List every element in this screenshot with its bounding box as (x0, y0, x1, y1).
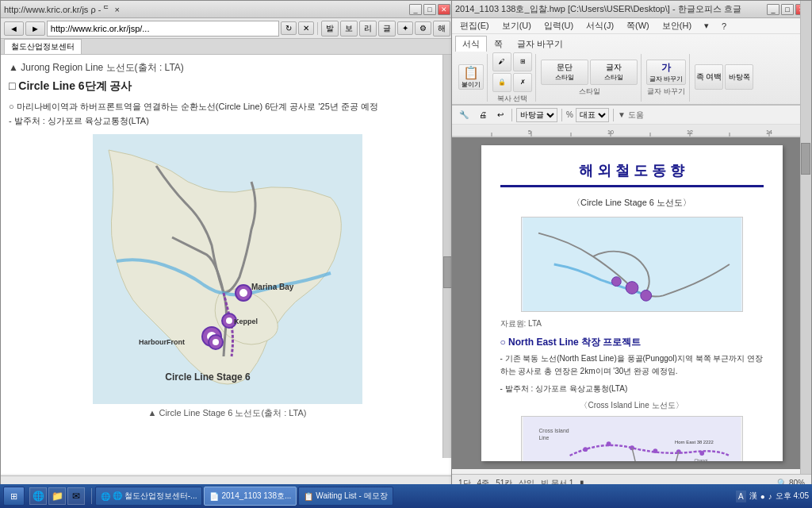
toolbar2-separator (511, 109, 512, 121)
view-select[interactable]: 대표 (576, 108, 609, 122)
page-margin-button[interactable]: 족 여백 (695, 64, 723, 90)
content-header: ▲ Jurong Region Line 노선도(출처 : LTA) (9, 61, 446, 75)
char-style-button[interactable]: 글자 스타일 (590, 60, 638, 85)
menu-more[interactable]: ? (717, 21, 731, 32)
ribbon-group-page: 족 여백 바탕쪽 (691, 54, 756, 102)
ribbon-tab-font[interactable]: 글자 바꾸기 (510, 36, 570, 52)
paste-button[interactable]: 📋 붙이기 (458, 64, 484, 90)
hwp-scrollbar-thumb[interactable] (801, 143, 810, 175)
ruler: 5 10 12 14 (452, 125, 811, 137)
hwp-toolbar2: 🔧 🖨 ↩ 바탕글 % 대표 ▼ 도움 (452, 106, 811, 125)
hwp-restore-button[interactable]: □ (781, 4, 794, 15)
tray-volume-icon[interactable]: ♪ (768, 492, 772, 501)
toolbar2-sep3 (613, 109, 614, 121)
favorites-button[interactable]: 발 (321, 21, 339, 37)
style-select[interactable]: 바탕글 (516, 108, 557, 122)
tray-network-icon[interactable]: ● (760, 492, 765, 501)
hwp-scrollbar[interactable] (800, 137, 811, 469)
bg-button[interactable]: 바탕쪽 (725, 64, 753, 90)
folder-icon[interactable]: 📁 (48, 487, 66, 505)
toolbar-btn2[interactable]: 보 (340, 21, 358, 37)
hwp-titlebar: 2014_1103 138호_입찰.hwp [C:\Users\USER\Des… (452, 1, 811, 18)
menu-security[interactable]: 보안(H) (657, 19, 696, 33)
menu-view[interactable]: 보기(U) (497, 19, 536, 33)
circle-line-map: Marina Bay Keppel HarbourFront Circle Li… (93, 134, 362, 404)
layout-protect-button[interactable]: 🔒 (492, 73, 511, 92)
ribbon-content: 📋 붙이기 🖌 ⊞ 🔒 ✗ 복사 선택 (452, 52, 811, 104)
tb2-format[interactable]: 🔧 (455, 109, 473, 121)
back-button[interactable]: ◄ (4, 21, 24, 36)
ribbon-tab-page[interactable]: 쪽 (487, 36, 510, 52)
svg-text:Horn East 38 2222: Horn East 38 2222 (674, 440, 713, 444)
svg-point-2 (239, 289, 247, 297)
browser-title-text: http://www.kric.or.kr/js ρ - ᄃ × (4, 5, 408, 14)
taskbar-kric[interactable]: 🌐 🌐 철도산업정보센터-... (95, 487, 202, 506)
copy-format-button[interactable]: 🖌 (492, 52, 511, 71)
hwp-window: 2014_1103 138호_입찰.hwp [C:\Users\USER\Des… (451, 0, 812, 492)
svg-text:Changi: Changi (694, 458, 707, 461)
toolbar-btn4[interactable]: 글 (378, 21, 396, 37)
tb2-print[interactable]: 🖨 (475, 109, 491, 121)
forward-button[interactable]: ► (25, 21, 45, 36)
quick-launch: 🌐 📁 ✉ (29, 487, 85, 505)
font-change-button[interactable]: 가 글자 바꾸기 (646, 60, 686, 85)
hwp-ribbon: 서식 쪽 글자 바꾸기 📋 붙이기 🖌 ⊞ (452, 34, 811, 106)
svg-point-28 (626, 282, 638, 294)
maximize-button[interactable]: □ (423, 4, 436, 15)
mail-icon[interactable]: ✉ (67, 487, 85, 505)
hwp-cross-island-caption: 〈Cross Island Line 노선도〉 (500, 400, 764, 411)
paragraph-style-button[interactable]: 문단 스타일 (541, 60, 588, 85)
hwp-text1: - 기존 북동 노선(North East Line)을 풍골(Punggol)… (500, 352, 764, 378)
ribbon-group-copy: 🖌 ⊞ 🔒 ✗ 복사 선택 (489, 54, 536, 102)
hwp-circle-line-map (521, 217, 743, 312)
menu-help[interactable]: ▾ (699, 20, 714, 32)
browser-toolbar: ◄ ► ↻ ✕ 발 보 리 글 ✦ ⚙ 해 (1, 18, 454, 39)
hwp-menubar: 편집(E) 보기(U) 입력(U) 서식(J) 쪽(W) 보안(H) ▾ ? (452, 18, 811, 34)
taskbar-sep (91, 488, 92, 504)
svg-text:5: 5 (528, 129, 531, 135)
refresh-button[interactable]: ↻ (281, 21, 297, 35)
tb2-help: ▼ 도움 (618, 110, 644, 121)
svg-point-10 (213, 339, 219, 345)
toolbar-btn3[interactable]: 리 (359, 21, 377, 37)
ie-icon[interactable]: 🌐 (29, 487, 47, 505)
ribbon-tab-format[interactable]: 서식 (455, 36, 487, 52)
tb2-undo[interactable]: ↩ (493, 109, 508, 121)
hwp-circle-line-subtitle: 〈Circle Line Stage 6 노선도〉 (500, 197, 764, 209)
menu-page[interactable]: 쪽(W) (622, 19, 654, 33)
menu-edit[interactable]: 편집(E) (455, 19, 494, 33)
svg-point-5 (226, 318, 232, 324)
hwp-minimize-button[interactable]: _ (767, 4, 779, 15)
taskbar-hwp[interactable]: 📄 2014_1103 138호... (204, 487, 297, 506)
start-button[interactable]: ⊞ (3, 487, 25, 506)
svg-text:HarbourFront: HarbourFront (139, 338, 185, 346)
tray-lang-han[interactable]: 漢 (749, 491, 757, 502)
ribbon-tabs: 서식 쪽 글자 바꾸기 (452, 34, 811, 52)
menu-format[interactable]: 서식(J) (581, 19, 619, 33)
svg-text:14: 14 (766, 129, 772, 135)
svg-point-37 (653, 448, 657, 453)
tray-lang-A[interactable]: A (736, 491, 746, 502)
menu-insert[interactable]: 입력(U) (539, 19, 578, 33)
browser-content: ▲ Jurong Region Line 노선도(출처 : LTA) □ Cir… (1, 55, 454, 474)
style-group-label: 스타일 (579, 87, 600, 97)
select-all-button[interactable]: ⊞ (513, 52, 532, 71)
hwp-title-text: 2014_1103 138호_입찰.hwp [C:\Users\USER\Des… (455, 3, 765, 15)
system-tray: A 漢 ● ♪ 오후 4:05 (736, 491, 809, 502)
tb2-percent: % (566, 110, 573, 119)
hwp-text2: - 발주처 : 싱가포르 육상교통청(LTA) (500, 383, 764, 395)
toolbar-btn6[interactable]: ⚙ (415, 21, 431, 35)
tab-1[interactable]: 철도산업정보센터 (4, 39, 82, 54)
clear-format-button[interactable]: ✗ (513, 73, 532, 92)
address-bar[interactable] (47, 21, 279, 37)
stop-button[interactable]: ✕ (298, 21, 314, 35)
toolbar-btn7[interactable]: 해 (433, 21, 450, 37)
browser-titlebar: http://www.kric.or.kr/js ρ - ᄃ × _ □ ✕ (1, 1, 454, 18)
toolbar-btn5[interactable]: ✦ (397, 21, 413, 35)
close-button[interactable]: ✕ (438, 4, 450, 15)
svg-point-39 (699, 451, 704, 456)
ribbon-group-font: 가 글자 바꾸기 글자 바꾸기 (643, 54, 690, 102)
toolbar2-sep2 (561, 109, 562, 121)
minimize-button[interactable]: _ (409, 4, 422, 15)
taskbar-memo[interactable]: 📋 Waiting List - 메모장 (298, 487, 393, 506)
